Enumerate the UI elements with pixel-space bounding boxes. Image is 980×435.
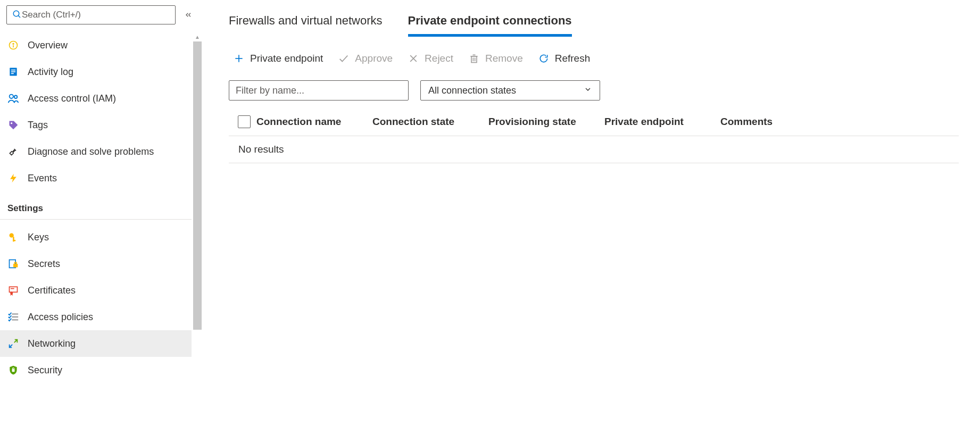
col-provisioning-state[interactable]: Provisioning state (488, 116, 604, 128)
people-icon (7, 93, 19, 104)
filter-name-input[interactable] (229, 80, 409, 101)
nav-label: Activity log (28, 66, 73, 78)
nav-label: Tags (28, 120, 48, 131)
svg-line-1 (18, 15, 20, 18)
svg-rect-8 (11, 73, 14, 74)
activity-log-icon (7, 66, 19, 78)
connections-table: Connection name Connection state Provisi… (229, 110, 959, 163)
connection-state-select[interactable]: All connection states (420, 80, 600, 101)
check-icon (338, 53, 350, 64)
nav-access-control[interactable]: Access control (IAM) (0, 85, 192, 112)
wrench-icon (7, 146, 19, 157)
svg-rect-6 (11, 70, 15, 71)
filter-row: All connection states (229, 80, 959, 101)
svg-rect-18 (10, 287, 18, 292)
toolbar-label: Approve (355, 53, 393, 64)
nav-label: Security (28, 365, 62, 376)
nav-label: Events (28, 173, 57, 184)
nav-certificates[interactable]: Certificates (0, 277, 192, 304)
col-connection-state[interactable]: Connection state (372, 116, 488, 128)
nav-keys[interactable]: Keys (0, 224, 192, 250)
sidebar: Overview Activity log Access control (IA… (0, 0, 202, 435)
approve-button: Approve (338, 53, 393, 64)
trash-icon (468, 53, 480, 64)
scroll-track[interactable] (193, 41, 202, 425)
networking-icon (7, 338, 19, 349)
svg-point-10 (14, 96, 18, 99)
table-header-row: Connection name Connection state Provisi… (229, 110, 959, 136)
nav-activity-log[interactable]: Activity log (0, 58, 192, 85)
svg-point-11 (11, 122, 12, 124)
refresh-button[interactable]: Refresh (538, 53, 591, 64)
nav-diagnose[interactable]: Diagnose and solve problems (0, 138, 192, 165)
x-icon (408, 53, 419, 64)
shield-icon (7, 364, 19, 376)
nav-label: Diagnose and solve problems (28, 146, 154, 157)
select-all-checkbox[interactable] (238, 115, 251, 128)
toolbar: Private endpoint Approve Reject Remove (233, 53, 959, 64)
sidebar-search[interactable] (6, 5, 176, 24)
svg-rect-19 (11, 288, 14, 289)
nav-tags[interactable]: Tags (0, 112, 192, 138)
sidebar-scrollbar[interactable]: ▲ (193, 32, 202, 435)
nav-networking[interactable]: Networking (0, 330, 192, 357)
svg-point-0 (13, 11, 19, 16)
nav-access-policies[interactable]: Access policies (0, 304, 192, 330)
plus-icon (233, 53, 245, 64)
toolbar-label: Reject (425, 53, 453, 64)
chevron-down-icon (584, 85, 592, 96)
svg-rect-14 (13, 240, 15, 241)
table-empty-state: No results (229, 136, 959, 163)
svg-rect-32 (471, 56, 477, 63)
nav-label: Keys (28, 232, 49, 243)
nav-secrets[interactable]: Secrets (0, 250, 192, 277)
sidebar-search-input[interactable] (22, 10, 170, 20)
nav-label: Access policies (28, 312, 93, 323)
main-panel: Firewalls and virtual networks Private e… (202, 0, 980, 435)
add-private-endpoint-button[interactable]: Private endpoint (233, 53, 323, 64)
scroll-thumb[interactable] (193, 41, 202, 330)
remove-button: Remove (468, 53, 523, 64)
svg-rect-4 (13, 45, 14, 47)
collapse-sidebar-button[interactable] (181, 7, 196, 22)
nav-label: Access control (IAM) (28, 93, 116, 104)
tab-firewalls[interactable]: Firewalls and virtual networks (229, 4, 383, 37)
col-private-endpoint[interactable]: Private endpoint (604, 116, 720, 128)
key-icon (7, 231, 19, 243)
toolbar-label: Refresh (555, 53, 591, 64)
svg-point-9 (10, 95, 13, 98)
scroll-up-icon[interactable]: ▲ (193, 32, 202, 41)
select-value: All connection states (428, 85, 516, 96)
toolbar-label: Remove (485, 53, 523, 64)
access-policies-icon (7, 311, 19, 323)
nav-label: Secrets (28, 258, 60, 270)
nav-label: Networking (28, 338, 76, 349)
col-comments[interactable]: Comments (720, 116, 959, 128)
nav-events[interactable]: Events (0, 165, 192, 191)
toolbar-label: Private endpoint (250, 53, 323, 64)
secrets-icon (7, 258, 19, 270)
scroll-down-icon[interactable] (193, 425, 202, 435)
certificate-icon (7, 285, 19, 296)
overview-icon (7, 39, 19, 51)
lightning-icon (7, 172, 19, 184)
reject-button: Reject (408, 53, 453, 64)
col-connection-name[interactable]: Connection name (256, 116, 372, 128)
tab-private-endpoints[interactable]: Private endpoint connections (408, 4, 572, 37)
nav-label: Certificates (28, 285, 76, 296)
sidebar-section-settings: Settings (0, 191, 192, 220)
svg-point-3 (12, 43, 14, 45)
search-icon (12, 10, 22, 21)
tabs: Firewalls and virtual networks Private e… (229, 4, 959, 37)
nav-security[interactable]: Security (0, 357, 192, 383)
nav-overview[interactable]: Overview (0, 32, 192, 58)
svg-rect-7 (11, 71, 15, 72)
nav-label: Overview (28, 40, 68, 51)
tag-icon (7, 119, 19, 131)
refresh-icon (538, 53, 550, 64)
